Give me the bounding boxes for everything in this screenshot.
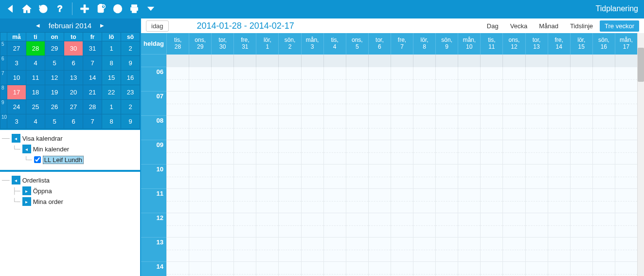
mini-cal-day[interactable]: 7: [83, 56, 102, 71]
time-cell[interactable]: [278, 213, 301, 238]
mini-cal-day[interactable]: 7: [83, 114, 102, 129]
time-cell[interactable]: [211, 140, 233, 165]
time-cell[interactable]: [278, 92, 301, 116]
time-cell[interactable]: [189, 165, 211, 189]
allday-cell[interactable]: [413, 55, 435, 67]
time-cell[interactable]: [211, 67, 233, 92]
time-cell[interactable]: [502, 238, 525, 262]
mini-cal-day[interactable]: 10: [7, 71, 26, 85]
mini-cal-day[interactable]: 2: [121, 41, 140, 56]
time-cell[interactable]: [301, 165, 323, 189]
time-cell[interactable]: [458, 238, 480, 262]
time-cell[interactable]: [301, 67, 323, 92]
time-cell[interactable]: [323, 67, 346, 92]
time-cell[interactable]: [166, 140, 189, 165]
allday-cell[interactable]: [256, 55, 278, 67]
time-cell[interactable]: [346, 262, 368, 276]
mini-cal-day[interactable]: 28: [83, 100, 102, 114]
time-cell[interactable]: [278, 116, 301, 140]
time-cell[interactable]: [413, 213, 435, 238]
allday-cell[interactable]: [615, 55, 637, 67]
view-tab[interactable]: Dag: [482, 20, 503, 32]
calendar-checkbox[interactable]: [34, 156, 41, 163]
day-header[interactable]: sön,2: [278, 33, 301, 55]
time-cell[interactable]: [458, 116, 480, 140]
mini-cal-day[interactable]: 18: [26, 85, 45, 100]
time-cell[interactable]: [592, 116, 615, 140]
time-cell[interactable]: [256, 165, 278, 189]
time-cell[interactable]: [278, 189, 301, 213]
time-cell[interactable]: [323, 238, 346, 262]
time-cell[interactable]: [592, 189, 615, 213]
time-cell[interactable]: [256, 116, 278, 140]
time-cell[interactable]: [256, 238, 278, 262]
allday-cell[interactable]: [233, 55, 256, 67]
time-cell[interactable]: [480, 213, 502, 238]
time-cell[interactable]: [301, 262, 323, 276]
time-cell[interactable]: [189, 189, 211, 213]
mini-cal-day[interactable]: 22: [102, 85, 121, 100]
tree-toggle[interactable]: ▸: [22, 197, 31, 206]
refresh-button[interactable]: [36, 1, 51, 16]
time-cell[interactable]: [480, 116, 502, 140]
time-cell[interactable]: [570, 238, 592, 262]
day-header[interactable]: fre,14: [548, 33, 570, 55]
mini-cal-next[interactable]: ▸: [95, 21, 109, 30]
time-cell[interactable]: [278, 238, 301, 262]
allday-cell[interactable]: [211, 55, 233, 67]
time-cell[interactable]: [368, 116, 391, 140]
time-cell[interactable]: [211, 92, 233, 116]
time-cell[interactable]: [570, 213, 592, 238]
time-cell[interactable]: [233, 116, 256, 140]
time-cell[interactable]: [189, 213, 211, 238]
time-cell[interactable]: [233, 165, 256, 189]
time-cell[interactable]: [413, 262, 435, 276]
time-cell[interactable]: [256, 92, 278, 116]
time-cell[interactable]: [189, 116, 211, 140]
day-header[interactable]: fre,7: [391, 33, 413, 55]
time-cell[interactable]: [278, 262, 301, 276]
day-header[interactable]: sön,9: [435, 33, 458, 55]
allday-cell[interactable]: [391, 55, 413, 67]
time-cell[interactable]: [615, 189, 637, 213]
time-cell[interactable]: [391, 165, 413, 189]
time-cell[interactable]: [548, 262, 570, 276]
time-cell[interactable]: [458, 67, 480, 92]
tree-node-my-calendar[interactable]: Min kalender: [33, 146, 69, 153]
allday-cell[interactable]: [480, 55, 502, 67]
mini-cal-day[interactable]: 20: [64, 85, 83, 100]
time-cell[interactable]: [166, 116, 189, 140]
mini-cal-day[interactable]: 8: [102, 114, 121, 129]
mini-cal-day[interactable]: 5: [45, 56, 64, 71]
time-cell[interactable]: [211, 238, 233, 262]
print-button[interactable]: [127, 1, 142, 16]
mini-cal-day[interactable]: 4: [26, 114, 45, 129]
view-tab[interactable]: Tidslinje: [565, 20, 598, 32]
view-tab[interactable]: Månad: [534, 20, 563, 32]
mini-cal-day[interactable]: 11: [26, 71, 45, 85]
time-cell[interactable]: [525, 189, 548, 213]
time-cell[interactable]: [480, 92, 502, 116]
time-cell[interactable]: [548, 67, 570, 92]
time-cell[interactable]: [301, 140, 323, 165]
allday-cell[interactable]: [189, 55, 211, 67]
order-node-open[interactable]: Öppna: [33, 187, 52, 195]
time-cell[interactable]: [301, 213, 323, 238]
time-cell[interactable]: [368, 213, 391, 238]
time-cell[interactable]: [256, 67, 278, 92]
time-cell[interactable]: [346, 238, 368, 262]
time-cell[interactable]: [548, 116, 570, 140]
help-button[interactable]: ?: [53, 1, 67, 16]
time-cell[interactable]: [211, 189, 233, 213]
time-cell[interactable]: [301, 189, 323, 213]
time-cell[interactable]: [480, 67, 502, 92]
day-header[interactable]: sön,16: [592, 33, 615, 55]
mini-cal-day[interactable]: 27: [64, 100, 83, 114]
time-cell[interactable]: [502, 165, 525, 189]
time-cell[interactable]: [615, 213, 637, 238]
time-cell[interactable]: [233, 67, 256, 92]
time-cell[interactable]: [413, 165, 435, 189]
vertical-scrollbar[interactable]: [637, 33, 644, 276]
time-cell[interactable]: [413, 140, 435, 165]
time-cell[interactable]: [301, 238, 323, 262]
